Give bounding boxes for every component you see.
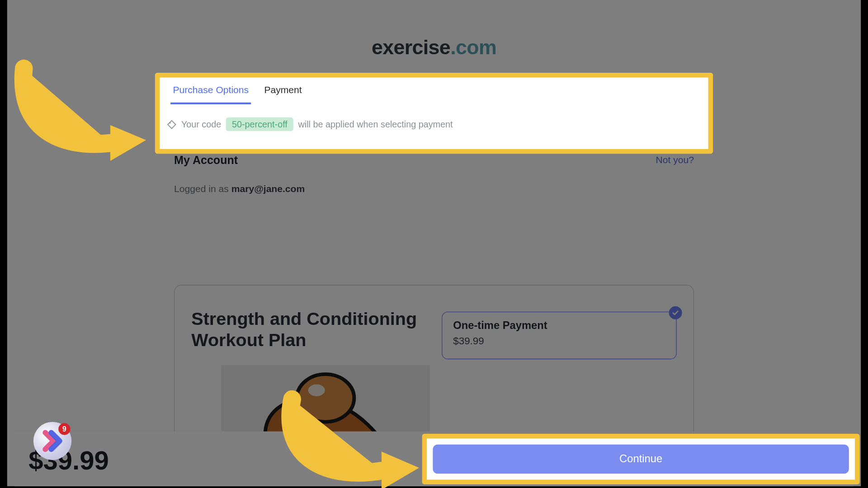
account-heading: My Account [174, 154, 238, 167]
logged-in-prefix: Logged in as [174, 183, 231, 193]
continue-button[interactable]: Continue [433, 445, 849, 474]
brand-logo: exercise.com [7, 36, 861, 59]
brand-logo-part1: exercise [372, 36, 450, 58]
payment-option-onetime[interactable]: One-time Payment $39.99 [442, 312, 677, 359]
help-widget-badge: 9 [58, 423, 70, 435]
payment-option-label: One-time Payment [453, 319, 665, 332]
checkmark-icon [669, 306, 682, 319]
plan-title: Strength and Conditioning Workout Plan [191, 308, 429, 351]
letterbox-right [861, 0, 868, 486]
logged-in-text: Logged in as mary@jane.com [174, 183, 305, 194]
svg-point-1 [297, 374, 354, 422]
svg-point-2 [308, 385, 325, 396]
brand-logo-part2: .com [450, 36, 496, 58]
page-background: exercise.com My Account Not you? Logged … [7, 0, 861, 486]
payment-option-price: $39.99 [453, 335, 665, 347]
account-row: My Account Not you? [174, 154, 694, 167]
highlight-frame-bottom: Continue [422, 434, 860, 484]
letterbox-left [0, 0, 7, 486]
not-you-link[interactable]: Not you? [656, 155, 694, 166]
logged-in-email: mary@jane.com [231, 183, 305, 193]
